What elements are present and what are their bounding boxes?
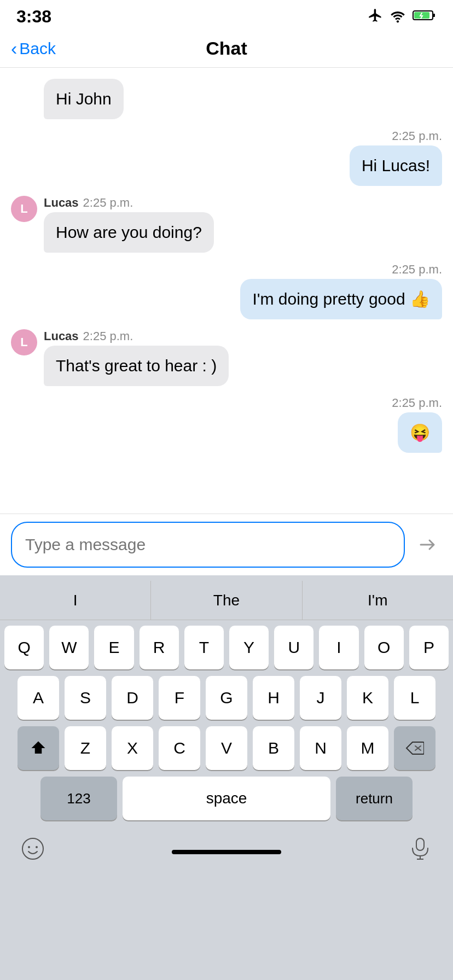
message-bubble: Hi John [44,79,124,119]
message-timestamp: 2:25 p.m. [392,129,442,143]
avatar: L [11,329,37,355]
input-area [0,514,453,575]
status-time: 3:38 [16,7,51,27]
bubble-container: 2:25 p.m.😝 [392,396,442,453]
key-x[interactable]: X [112,726,153,770]
page-title: Chat [206,38,247,59]
key-q[interactable]: Q [4,626,44,669]
bubble-container: Lucas2:25 p.m.That's great to hear : ) [44,329,229,386]
shift-key[interactable] [18,726,59,770]
bubble-container: 2:25 p.m.Hi Lucas! [350,129,442,186]
key-b[interactable]: B [253,726,294,770]
message-meta: Lucas2:25 p.m. [44,196,133,210]
key-h[interactable]: H [253,676,294,720]
key-d[interactable]: D [112,676,153,720]
emoji-key[interactable] [13,829,53,868]
key-l[interactable]: L [394,676,435,720]
key-a[interactable]: A [18,676,59,720]
keyboard-row-1: QWERTYUIOP [4,626,449,669]
suggestion-the[interactable]: The [151,581,302,620]
keyboard-rows: QWERTYUIOP ASDFGHJKL ZXCVBNM 123 space r… [0,620,453,820]
sender-name: Lucas [44,196,79,209]
message-input[interactable] [11,522,405,568]
key-u[interactable]: U [274,626,313,669]
message-bubble: I'm doing pretty good 👍 [240,279,442,319]
message-meta: Lucas2:25 p.m. [44,329,133,343]
key-e[interactable]: E [94,626,133,669]
key-o[interactable]: O [364,626,404,669]
key-v[interactable]: V [206,726,247,770]
message-row: LLucas2:25 p.m.That's great to hear : ) [11,329,442,386]
message-time: 2:25 p.m. [83,196,133,209]
message-row: 2:25 p.m.😝 [11,396,442,453]
keyboard: I The I'm QWERTYUIOP ASDFGHJKL ZXCVBNM 1… [0,575,453,980]
keyboard-bottom-row [0,820,453,868]
key-g[interactable]: G [206,676,247,720]
message-row: 2:25 p.m.Hi Lucas! [11,129,442,186]
key-z[interactable]: Z [65,726,106,770]
airplane-icon [368,8,383,25]
bubble-container: 2:25 p.m.I'm doing pretty good 👍 [240,262,442,319]
keyboard-suggestions: I The I'm [0,581,453,620]
back-chevron-icon: ‹ [11,39,17,57]
message-bubble: Hi Lucas! [350,145,442,186]
message-timestamp: 2:25 p.m. [392,396,442,410]
message-row: Hi John [11,79,442,119]
svg-point-8 [36,846,38,848]
num-key[interactable]: 123 [40,777,117,820]
key-w[interactable]: W [49,626,89,669]
keyboard-row-4: 123 space return [4,777,449,820]
svg-rect-2 [433,14,435,17]
home-indicator [172,850,281,854]
key-p[interactable]: P [409,626,449,669]
message-bubble: That's great to hear : ) [44,346,229,386]
backspace-key[interactable] [394,726,435,770]
avatar: L [11,196,37,222]
svg-point-6 [22,838,43,859]
status-bar: 3:38 [0,0,453,30]
key-s[interactable]: S [65,676,106,720]
sender-name: Lucas [44,329,79,343]
message-bubble: 😝 [398,412,442,453]
back-label: Back [19,39,56,58]
svg-point-0 [397,20,399,22]
key-y[interactable]: Y [229,626,269,669]
key-c[interactable]: C [159,726,200,770]
keyboard-row-3: ZXCVBNM [4,726,449,770]
key-j[interactable]: J [300,676,341,720]
message-row: LLucas2:25 p.m.How are you doing? [11,196,442,253]
back-button[interactable]: ‹ Back [11,39,56,58]
mic-key[interactable] [400,829,440,868]
bubble-container: Hi John [44,79,124,119]
key-i[interactable]: I [319,626,358,669]
key-n[interactable]: N [300,726,341,770]
bubble-container: Lucas2:25 p.m.How are you doing? [44,196,214,253]
svg-rect-9 [416,838,424,850]
suggestion-im[interactable]: I'm [303,581,453,620]
key-f[interactable]: F [159,676,200,720]
return-key[interactable]: return [336,777,413,820]
send-button[interactable] [413,530,442,559]
wifi-icon [388,8,407,25]
message-bubble: How are you doing? [44,212,214,253]
keyboard-row-2: ASDFGHJKL [4,676,449,720]
message-timestamp: 2:25 p.m. [392,262,442,277]
space-key[interactable]: space [123,777,330,820]
key-k[interactable]: K [347,676,388,720]
status-icons [368,8,437,25]
battery-icon [413,9,437,24]
svg-point-7 [28,846,30,848]
nav-bar: ‹ Back Chat [0,30,453,68]
suggestion-i[interactable]: I [0,581,151,620]
key-t[interactable]: T [184,626,224,669]
message-time: 2:25 p.m. [83,329,133,343]
chat-area: Hi John2:25 p.m.Hi Lucas!LLucas2:25 p.m.… [0,68,453,560]
key-m[interactable]: M [347,726,388,770]
message-row: 2:25 p.m.I'm doing pretty good 👍 [11,262,442,319]
key-r[interactable]: R [140,626,179,669]
